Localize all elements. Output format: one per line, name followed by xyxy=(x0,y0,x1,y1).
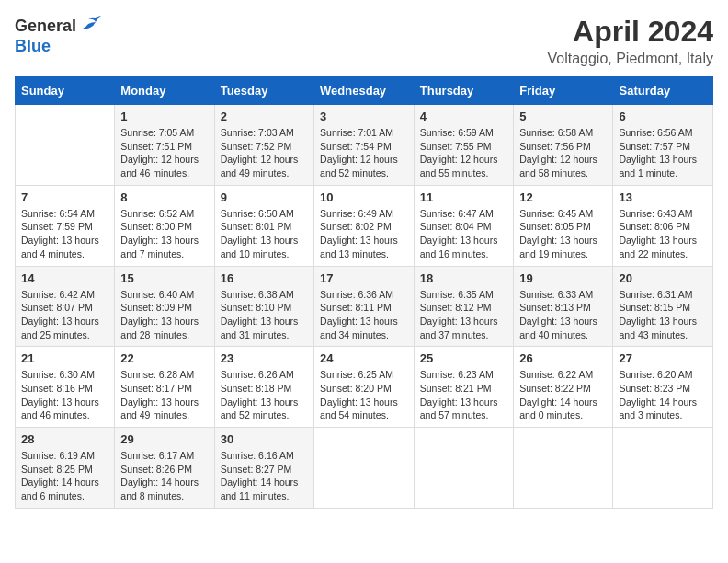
day-number: 14 xyxy=(21,271,108,285)
day-cell: 28Sunrise: 6:19 AMSunset: 8:25 PMDayligh… xyxy=(16,428,115,509)
day-number: 30 xyxy=(221,432,308,446)
day-cell: 29Sunrise: 6:17 AMSunset: 8:26 PMDayligh… xyxy=(115,428,214,509)
col-header-saturday: Saturday xyxy=(613,77,713,105)
day-info: Sunrise: 6:49 AMSunset: 8:02 PMDaylight:… xyxy=(320,207,408,261)
day-number: 10 xyxy=(320,190,408,204)
col-header-monday: Monday xyxy=(115,77,214,105)
day-info: Sunrise: 6:33 AMSunset: 8:13 PMDaylight:… xyxy=(519,288,607,342)
day-info: Sunrise: 6:52 AMSunset: 8:00 PMDaylight:… xyxy=(120,207,208,261)
day-cell: 27Sunrise: 6:20 AMSunset: 8:23 PMDayligh… xyxy=(613,347,713,428)
day-info: Sunrise: 6:31 AMSunset: 8:15 PMDaylight:… xyxy=(619,288,707,342)
day-number: 5 xyxy=(519,109,607,123)
day-cell: 20Sunrise: 6:31 AMSunset: 8:15 PMDayligh… xyxy=(613,266,713,347)
day-cell: 15Sunrise: 6:40 AMSunset: 8:09 PMDayligh… xyxy=(115,266,214,347)
week-row-5: 28Sunrise: 6:19 AMSunset: 8:25 PMDayligh… xyxy=(16,428,713,509)
day-cell xyxy=(414,428,513,509)
day-cell: 12Sunrise: 6:45 AMSunset: 8:05 PMDayligh… xyxy=(514,185,613,266)
day-cell: 23Sunrise: 6:26 AMSunset: 8:18 PMDayligh… xyxy=(214,347,313,428)
week-row-3: 14Sunrise: 6:42 AMSunset: 8:07 PMDayligh… xyxy=(16,266,713,347)
day-cell: 10Sunrise: 6:49 AMSunset: 8:02 PMDayligh… xyxy=(314,185,415,266)
title-area: April 2024 Voltaggio, Piedmont, Italy xyxy=(547,15,713,67)
day-number: 18 xyxy=(420,271,507,285)
col-header-tuesday: Tuesday xyxy=(214,77,313,105)
day-cell: 1Sunrise: 7:05 AMSunset: 7:51 PMDaylight… xyxy=(115,105,214,186)
day-info: Sunrise: 7:03 AMSunset: 7:52 PMDaylight:… xyxy=(221,126,308,180)
day-info: Sunrise: 6:38 AMSunset: 8:10 PMDaylight:… xyxy=(221,288,308,342)
day-cell xyxy=(514,428,613,509)
day-cell: 22Sunrise: 6:28 AMSunset: 8:17 PMDayligh… xyxy=(115,347,214,428)
column-header-row: SundayMondayTuesdayWednesdayThursdayFrid… xyxy=(16,77,713,105)
day-number: 27 xyxy=(619,351,707,365)
day-number: 2 xyxy=(221,109,308,123)
logo-bird-icon xyxy=(79,15,101,37)
day-cell: 13Sunrise: 6:43 AMSunset: 8:06 PMDayligh… xyxy=(613,185,713,266)
day-info: Sunrise: 6:26 AMSunset: 8:18 PMDaylight:… xyxy=(221,368,308,422)
day-info: Sunrise: 7:05 AMSunset: 7:51 PMDaylight:… xyxy=(120,126,208,180)
logo: General Blue xyxy=(15,15,101,56)
logo-blue: Blue xyxy=(15,37,51,55)
day-number: 12 xyxy=(519,190,607,204)
day-info: Sunrise: 6:47 AMSunset: 8:04 PMDaylight:… xyxy=(420,207,507,261)
day-cell: 17Sunrise: 6:36 AMSunset: 8:11 PMDayligh… xyxy=(314,266,415,347)
day-number: 22 xyxy=(120,351,208,365)
day-number: 16 xyxy=(221,271,308,285)
day-info: Sunrise: 6:30 AMSunset: 8:16 PMDaylight:… xyxy=(21,368,108,422)
day-cell: 4Sunrise: 6:59 AMSunset: 7:55 PMDaylight… xyxy=(414,105,513,186)
day-number: 26 xyxy=(519,351,607,365)
day-info: Sunrise: 6:28 AMSunset: 8:17 PMDaylight:… xyxy=(120,368,208,422)
day-info: Sunrise: 7:01 AMSunset: 7:54 PMDaylight:… xyxy=(320,126,408,180)
day-info: Sunrise: 6:43 AMSunset: 8:06 PMDaylight:… xyxy=(619,207,707,261)
day-number: 11 xyxy=(420,190,507,204)
day-cell: 3Sunrise: 7:01 AMSunset: 7:54 PMDaylight… xyxy=(314,105,415,186)
day-info: Sunrise: 6:50 AMSunset: 8:01 PMDaylight:… xyxy=(221,207,308,261)
day-info: Sunrise: 6:42 AMSunset: 8:07 PMDaylight:… xyxy=(21,288,108,342)
month-title: April 2024 xyxy=(547,15,713,49)
col-header-thursday: Thursday xyxy=(414,77,513,105)
day-number: 3 xyxy=(320,109,408,123)
day-info: Sunrise: 6:17 AMSunset: 8:26 PMDaylight:… xyxy=(120,449,208,503)
day-cell: 5Sunrise: 6:58 AMSunset: 7:56 PMDaylight… xyxy=(514,105,613,186)
day-number: 20 xyxy=(619,271,707,285)
day-cell: 30Sunrise: 6:16 AMSunset: 8:27 PMDayligh… xyxy=(214,428,313,509)
col-header-sunday: Sunday xyxy=(16,77,115,105)
day-info: Sunrise: 6:22 AMSunset: 8:22 PMDaylight:… xyxy=(519,368,607,422)
day-cell: 25Sunrise: 6:23 AMSunset: 8:21 PMDayligh… xyxy=(414,347,513,428)
page-header: General Blue April 2024 Voltaggio, Piedm… xyxy=(15,15,713,67)
day-number: 13 xyxy=(619,190,707,204)
day-number: 1 xyxy=(120,109,208,123)
day-number: 29 xyxy=(120,432,208,446)
day-number: 7 xyxy=(21,190,108,204)
day-cell: 6Sunrise: 6:56 AMSunset: 7:57 PMDaylight… xyxy=(613,105,713,186)
day-number: 9 xyxy=(221,190,308,204)
day-cell: 9Sunrise: 6:50 AMSunset: 8:01 PMDaylight… xyxy=(214,185,313,266)
day-cell: 14Sunrise: 6:42 AMSunset: 8:07 PMDayligh… xyxy=(16,266,115,347)
week-row-1: 1Sunrise: 7:05 AMSunset: 7:51 PMDaylight… xyxy=(16,105,713,186)
day-number: 4 xyxy=(420,109,507,123)
day-number: 28 xyxy=(21,432,108,446)
day-cell: 2Sunrise: 7:03 AMSunset: 7:52 PMDaylight… xyxy=(214,105,313,186)
day-info: Sunrise: 6:19 AMSunset: 8:25 PMDaylight:… xyxy=(21,449,108,503)
day-number: 6 xyxy=(619,109,707,123)
day-number: 17 xyxy=(320,271,408,285)
day-number: 23 xyxy=(221,351,308,365)
day-info: Sunrise: 6:25 AMSunset: 8:20 PMDaylight:… xyxy=(320,368,408,422)
day-cell: 26Sunrise: 6:22 AMSunset: 8:22 PMDayligh… xyxy=(514,347,613,428)
day-info: Sunrise: 6:58 AMSunset: 7:56 PMDaylight:… xyxy=(519,126,607,180)
day-cell: 19Sunrise: 6:33 AMSunset: 8:13 PMDayligh… xyxy=(514,266,613,347)
calendar-table: SundayMondayTuesdayWednesdayThursdayFrid… xyxy=(15,76,713,509)
day-info: Sunrise: 6:59 AMSunset: 7:55 PMDaylight:… xyxy=(420,126,507,180)
day-number: 19 xyxy=(519,271,607,285)
day-number: 25 xyxy=(420,351,507,365)
day-info: Sunrise: 6:16 AMSunset: 8:27 PMDaylight:… xyxy=(221,449,308,503)
day-info: Sunrise: 6:23 AMSunset: 8:21 PMDaylight:… xyxy=(420,368,507,422)
day-cell xyxy=(613,428,713,509)
day-cell xyxy=(314,428,415,509)
day-info: Sunrise: 6:56 AMSunset: 7:57 PMDaylight:… xyxy=(619,126,707,180)
day-number: 15 xyxy=(120,271,208,285)
day-cell: 16Sunrise: 6:38 AMSunset: 8:10 PMDayligh… xyxy=(214,266,313,347)
day-cell: 24Sunrise: 6:25 AMSunset: 8:20 PMDayligh… xyxy=(314,347,415,428)
day-info: Sunrise: 6:54 AMSunset: 7:59 PMDaylight:… xyxy=(21,207,108,261)
week-row-2: 7Sunrise: 6:54 AMSunset: 7:59 PMDaylight… xyxy=(16,185,713,266)
day-info: Sunrise: 6:20 AMSunset: 8:23 PMDaylight:… xyxy=(619,368,707,422)
day-info: Sunrise: 6:35 AMSunset: 8:12 PMDaylight:… xyxy=(420,288,507,342)
